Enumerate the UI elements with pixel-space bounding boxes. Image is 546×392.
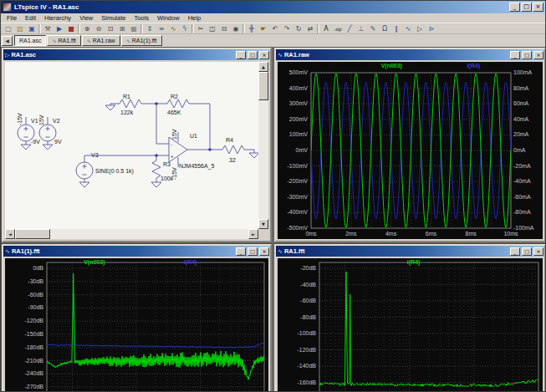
horizontal-scrollbar[interactable]: ◄ ► <box>5 229 258 239</box>
close-button[interactable]: × <box>533 51 543 59</box>
close-button[interactable]: × <box>533 3 543 12</box>
new-schematic-icon[interactable]: ▢ <box>3 23 14 34</box>
zoom-in-icon[interactable]: ⊕ <box>81 23 93 34</box>
zoom-back-icon[interactable]: ⊖ <box>93 23 105 34</box>
paste-icon[interactable]: ⊟ <box>218 23 230 34</box>
close-button[interactable]: × <box>259 247 269 256</box>
tab-label: RA1.fft <box>59 38 76 43</box>
diode-icon[interactable]: ▷ <box>414 23 426 34</box>
fft-current-plot[interactable]: -20dB-40dB-60dB-80dB-100dB-120dB-140dB-1… <box>278 258 543 391</box>
find-icon[interactable]: ◉ <box>230 23 242 34</box>
tab-ra1-1-fft[interactable]: ∿RA1(1).fft <box>121 35 162 46</box>
add-trace-icon[interactable]: ∿ <box>167 23 179 34</box>
fft-current-titlebar[interactable]: ∿ RA1.fft _□× <box>276 246 544 257</box>
spice-directive-icon[interactable]: .op <box>332 23 344 34</box>
open-file-icon[interactable]: ▨ <box>14 23 26 34</box>
menu-window[interactable]: Window <box>153 13 184 23</box>
tick-label: -60dB <box>5 292 43 298</box>
component-icon[interactable]: ⊳ <box>426 23 437 34</box>
schematic-titlebar[interactable]: ▷ RA1.asc _□× <box>3 49 270 60</box>
tick-label: -100mV <box>278 163 308 170</box>
text-icon[interactable]: A <box>320 23 332 34</box>
tab-ra1-asc[interactable]: RA1.asc <box>14 35 46 46</box>
minimize-button[interactable]: _ <box>510 247 520 256</box>
schematic-canvas[interactable]: V1 -9V -15V V2 9V 15V V3 SINE(0 0.5 1k) … <box>5 62 258 229</box>
capacitor-icon[interactable]: ∥ <box>390 23 402 34</box>
scroll-left-arrow[interactable]: ◄ <box>5 229 15 239</box>
mirror-icon[interactable]: ⇄ <box>304 23 316 34</box>
plot-svg <box>5 258 268 391</box>
minimize-button[interactable]: _ <box>236 51 246 59</box>
run-icon[interactable]: ▶ <box>54 23 65 34</box>
trace-label-v-n003-[interactable]: V(n003) <box>84 259 105 265</box>
fft-voltage-titlebar[interactable]: ∿ RA1(1).fft _□× <box>3 246 270 257</box>
restore-button[interactable]: □ <box>247 51 258 59</box>
scroll-right-arrow[interactable]: ► <box>248 229 258 239</box>
minimize-button[interactable]: _ <box>236 247 246 256</box>
tick-label: 6ms <box>419 231 442 237</box>
vertical-scrollbar[interactable]: ▲ ▼ <box>258 62 268 229</box>
minimize-button[interactable]: _ <box>510 51 520 59</box>
v1-net-label: -15V <box>17 113 23 125</box>
ground-icon[interactable]: ⊥ <box>355 23 367 34</box>
menu-edit[interactable]: Edit <box>21 13 40 23</box>
move-icon[interactable]: ╬ <box>246 23 258 34</box>
drag-icon[interactable]: ☛ <box>258 23 269 34</box>
fft-voltage-plot[interactable]: 0dB-30dB-60dB-90dB-120dB-150dB-180dB-210… <box>5 258 268 391</box>
titlebar[interactable]: LTspice IV - RA1.asc _□× <box>1 1 545 13</box>
menu-hierarchy[interactable]: Hierarchy <box>40 13 75 23</box>
restore-button[interactable]: □ <box>247 247 258 256</box>
save-icon[interactable]: ▣ <box>26 23 38 34</box>
waveform-plot[interactable]: 500mV100mA400mV80mA300mV60mA200mV40mA100… <box>278 62 543 239</box>
inductor-icon[interactable]: ∿ <box>402 23 414 34</box>
menu-view[interactable]: View <box>75 13 97 23</box>
autorange-icon[interactable]: ⇕ <box>144 23 156 34</box>
cut-icon[interactable]: ✂ <box>195 23 207 34</box>
tab-scroll-left-button[interactable]: ◀ <box>2 36 13 46</box>
tick-label: -270dB <box>5 384 43 390</box>
minimize-button[interactable]: _ <box>509 3 520 12</box>
wire-icon[interactable]: ╱ <box>344 23 355 34</box>
trace-label-i-r4-[interactable]: I(R4) <box>467 63 480 69</box>
close-button[interactable]: × <box>259 51 269 59</box>
resistor-icon[interactable]: Ω <box>379 23 390 34</box>
rail-bottom-label: -15V <box>171 167 177 180</box>
grid-icon[interactable]: ▦ <box>128 23 140 34</box>
close-button[interactable]: × <box>533 247 543 256</box>
redo-icon[interactable]: ↷ <box>281 23 293 34</box>
zoom-fit-icon[interactable]: ⊞ <box>116 23 128 34</box>
tick-label: 0ms <box>299 231 323 237</box>
rotate-icon[interactable]: ↻ <box>293 23 304 34</box>
halt-icon[interactable]: ■ <box>65 23 77 34</box>
fft-voltage-window-controls: _□× <box>235 247 269 256</box>
tick-label: -300mV <box>278 194 308 201</box>
restore-button[interactable]: □ <box>522 51 532 59</box>
probe-icon[interactable]: ϟ <box>179 23 191 34</box>
menu-help[interactable]: Help <box>184 13 205 23</box>
restore-button[interactable]: □ <box>521 3 532 12</box>
menu-tools[interactable]: Tools <box>130 13 153 23</box>
v2-value: 9V <box>54 139 62 145</box>
tab-ra1-fft[interactable]: ∿RA1.fft <box>47 35 80 46</box>
tick-label: -150dB <box>5 331 43 338</box>
copy-icon[interactable]: ◫ <box>207 23 218 34</box>
tick-label: -180dB <box>5 344 43 351</box>
menu-simulate[interactable]: Simulate <box>97 13 130 23</box>
menu-file[interactable]: File <box>3 13 21 23</box>
trace-label-v-n003-[interactable]: V(n003) <box>381 63 402 69</box>
control-panel-icon[interactable]: ⚒ <box>42 23 54 34</box>
horizontal-scroll-thumb[interactable] <box>15 229 50 239</box>
plot-settings-icon[interactable]: ≡ <box>156 23 167 34</box>
vertical-scroll-thumb[interactable] <box>258 72 268 100</box>
tab-ra1-raw[interactable]: ∿RA1.raw <box>82 35 120 46</box>
scroll-up-arrow[interactable]: ▲ <box>258 62 268 72</box>
restore-button[interactable]: □ <box>522 247 532 256</box>
trace-label-i-r4-[interactable]: I(R4) <box>407 259 421 265</box>
zoom-full-icon[interactable]: ⊡ <box>105 23 116 34</box>
fft-voltage-window-title: RA1(1).fft <box>12 247 235 255</box>
scroll-down-arrow[interactable]: ▼ <box>258 219 268 229</box>
undo-icon[interactable]: ↶ <box>269 23 281 34</box>
label-net-icon[interactable]: ✎ <box>367 23 379 34</box>
waveform-titlebar[interactable]: ∿ RA1.raw _□× <box>276 49 544 60</box>
trace-label-i-r4-[interactable]: I(R4) <box>184 259 197 265</box>
